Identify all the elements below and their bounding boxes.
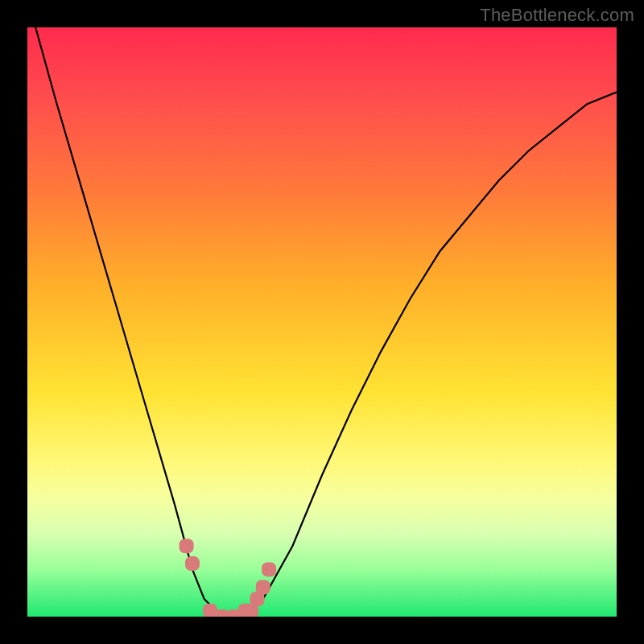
chart-frame: TheBottleneck.com [0,0,644,644]
curve-markers [180,539,277,617]
marker-point [256,580,270,594]
marker-point [180,539,194,553]
marker-point [262,562,276,576]
marker-point [185,556,200,571]
plot-area [27,27,617,617]
watermark-text: TheBottleneck.com [480,5,634,26]
bottleneck-curve [27,27,617,617]
chart-svg [27,27,617,617]
